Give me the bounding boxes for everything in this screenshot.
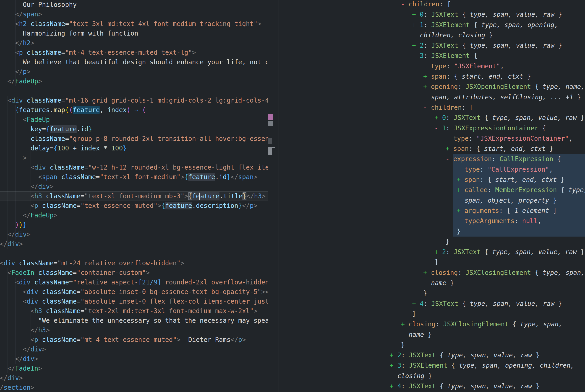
expand-icon[interactable]: + — [423, 269, 431, 276]
ast-line[interactable]: - 3: JSXElement { — [279, 50, 585, 61]
ast-line[interactable]: ] — [279, 309, 585, 319]
ast-line[interactable]: - 1: JSXExpressionContainer { — [279, 123, 585, 133]
code-line[interactable]: Our Philosophy — [0, 0, 268, 10]
expand-icon[interactable]: + — [423, 73, 431, 80]
code-line[interactable] — [0, 249, 268, 258]
ast-line[interactable]: + span: { start, end, ctxt } — [279, 71, 585, 82]
ast-line[interactable]: } — [279, 288, 585, 298]
expand-icon[interactable]: + — [390, 382, 397, 390]
expand-icon[interactable]: + — [434, 248, 442, 256]
code-line[interactable]: </div> — [0, 354, 268, 364]
code-line[interactable]: Harmonizing form with function — [0, 29, 268, 38]
ast-line[interactable]: + 2: JSXText { type, span, value, raw } — [279, 350, 585, 360]
code-line[interactable]: <div className="mt-16 grid grid-cols-1 m… — [0, 96, 268, 105]
code-line[interactable]: </div> — [0, 239, 268, 249]
code-line[interactable]: </p> — [0, 67, 268, 76]
ast-line[interactable]: - children: [ — [279, 0, 585, 9]
expand-icon[interactable]: + — [401, 320, 409, 328]
code-line[interactable]: </div> — [0, 344, 268, 354]
expand-icon[interactable]: + — [412, 11, 420, 18]
expand-icon[interactable]: + — [412, 300, 420, 308]
ast-line[interactable]: name } — [279, 278, 585, 288]
code-line[interactable]: <p className="text-essence-muted">{featu… — [0, 201, 268, 210]
collapse-icon[interactable]: - — [434, 124, 442, 132]
ast-line[interactable]: closing } — [279, 371, 585, 381]
ast-line[interactable]: } — [279, 340, 585, 350]
ast-line[interactable]: children, closing } — [279, 30, 585, 40]
collapse-icon[interactable]: - — [423, 104, 431, 111]
code-line[interactable]: We believe that beautiful design should … — [0, 58, 268, 67]
code-line[interactable]: <div className="absolute inset-0 flex fl… — [0, 297, 268, 306]
ast-line[interactable]: ] — [279, 257, 585, 267]
code-line[interactable]: </FadeUp> — [0, 76, 268, 86]
code-line[interactable]: <span className="text-xl font-medium">{f… — [0, 172, 268, 182]
code-line[interactable]: <div className="mt-24 relative overflow-… — [0, 258, 268, 268]
ast-line[interactable]: + 3: JSXElement { type, span, opening, c… — [279, 360, 585, 370]
ast-line[interactable]: } — [279, 236, 585, 247]
code-line[interactable]: </h2> — [0, 38, 268, 48]
code-line[interactable]: </div> — [0, 182, 268, 192]
expand-icon[interactable]: + — [457, 176, 465, 184]
code-line[interactable]: <p className="mt-4 text-essence-muted">—… — [0, 335, 268, 344]
code-line[interactable]: delay={100 + index * 100} — [0, 144, 268, 153]
ast-line[interactable]: + arguments: [ 1 element ] — [279, 206, 585, 216]
overview-ruler[interactable] — [268, 0, 279, 392]
expand-icon[interactable]: + — [412, 21, 420, 29]
code-line[interactable]: className="group p-8 rounded-2xl transit… — [0, 134, 268, 144]
expand-icon[interactable]: + — [423, 83, 431, 90]
ast-line[interactable]: + span: { start, end, ctxt } — [279, 144, 585, 154]
code-line[interactable]: </FadeUp> — [0, 210, 268, 220]
expand-icon[interactable]: + — [390, 352, 397, 359]
code-line[interactable]: <p className="mt-4 text-essence-muted te… — [0, 48, 268, 58]
ast-line[interactable]: name } — [279, 330, 585, 340]
ast-line[interactable]: type: "JSXExpressionContainer", — [279, 133, 585, 144]
code-line[interactable]: <div className="relative aspect-[21/9] r… — [0, 278, 268, 287]
ast-line[interactable]: + 4: JSXText { type, span, value, raw } — [279, 381, 585, 391]
code-line[interactable]: <FadeIn className="container-custom"> — [0, 268, 268, 278]
code-line-current[interactable]: <h3 className="text-xl font-medium mb-3"… — [0, 192, 268, 201]
ast-line[interactable]: + closing: JSXClosingElement { type, spa… — [279, 319, 585, 329]
ast-tree-panel[interactable]: - children: [+ 0: JSXText { type, span, … — [279, 0, 585, 392]
code-line[interactable]: </span> — [0, 10, 268, 19]
code-line[interactable]: ))} — [0, 220, 268, 230]
code-line[interactable]: <FadeUp — [0, 115, 268, 124]
code-line[interactable]: </div> — [0, 373, 268, 383]
code-line[interactable]: <div className="w-12 h-12 rounded-xl bg-… — [0, 163, 268, 172]
code-line[interactable]: </section> — [0, 383, 268, 392]
code-line[interactable]: "We eliminate the unnecessary so that th… — [0, 316, 268, 326]
collapse-icon[interactable]: - — [412, 52, 420, 60]
ast-line[interactable]: + 0: JSXText { type, span, value, raw } — [279, 112, 585, 123]
expand-icon[interactable]: + — [434, 114, 442, 122]
ast-line[interactable]: + span: { start, end, ctxt } — [279, 174, 585, 185]
ast-line[interactable]: - children: [ — [279, 102, 585, 112]
expand-icon[interactable]: + — [412, 42, 420, 49]
code-line[interactable]: </FadeIn> — [0, 364, 268, 373]
expand-icon[interactable]: + — [457, 186, 465, 194]
collapse-icon[interactable]: - — [446, 155, 453, 163]
ast-line[interactable]: + opening: JSXOpeningElement { type, nam… — [279, 82, 585, 92]
ast-line[interactable]: - expression: CallExpression { — [279, 154, 585, 164]
code-line[interactable] — [0, 86, 268, 96]
ast-line[interactable]: + 2: JSXText { type, span, value, raw } — [279, 247, 585, 257]
ast-line[interactable]: + 4: JSXText { type, span, value, raw } — [279, 298, 585, 309]
code-line[interactable]: > — [0, 153, 268, 163]
code-line[interactable]: {features.map((feature, index) ⇒ ( — [0, 105, 268, 115]
ast-line[interactable]: typeArguments: null, — [279, 216, 585, 226]
code-line[interactable]: <h3 className="text-2xl md:text-3xl font… — [0, 306, 268, 316]
ast-line[interactable]: + 1: JSXElement { type, span, opening, — [279, 20, 585, 30]
code-line[interactable]: key={feature.id} — [0, 124, 268, 134]
expand-icon[interactable]: + — [390, 362, 397, 369]
ast-line[interactable]: + closing: JSXClosingElement { type, spa… — [279, 268, 585, 278]
ast-line[interactable]: + 0: JSXText { type, span, value, raw } — [279, 9, 585, 20]
ast-line[interactable]: span, object, property } — [279, 195, 585, 206]
ast-line[interactable]: } — [279, 226, 585, 236]
expand-icon[interactable]: + — [457, 207, 465, 214]
collapse-icon[interactable]: - — [401, 0, 409, 8]
code-line[interactable]: </h3> — [0, 326, 268, 335]
code-line[interactable]: <h2 className="text-3xl md:text-4xl font… — [0, 19, 268, 29]
ast-line[interactable]: type: "JSXElement", — [279, 61, 585, 71]
expand-icon[interactable]: + — [446, 145, 453, 152]
ast-line[interactable]: span, attributes, selfClosing, ... +1 } — [279, 92, 585, 102]
ast-line[interactable]: type: "CallExpression", — [279, 164, 585, 174]
code-line[interactable]: <div className="absolute inset-0 bg-esse… — [0, 287, 268, 297]
